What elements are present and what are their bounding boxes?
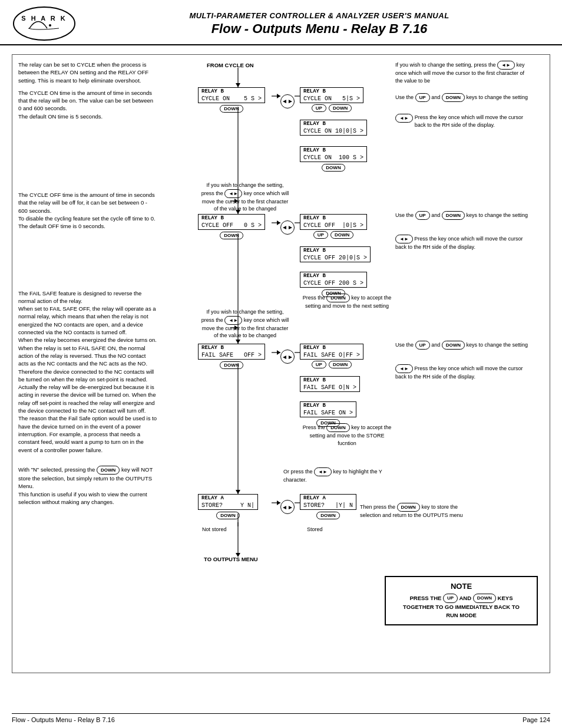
annotation-then-press-down: Then press the DOWN key to store the sel…: [360, 503, 478, 519]
display-cycle-on-100s-edit: RELAY B CYCLE ON 10|0|S >: [300, 120, 367, 136]
down-btn-r2: DOWN: [442, 211, 465, 220]
down-btn-1b: DOWN: [329, 104, 352, 112]
svg-marker-8: [236, 340, 240, 344]
down-btn-4: DOWN: [216, 512, 239, 519]
display-cycle-on-5s-edit: RELAY B CYCLE ON 5|S > UP DOWN: [300, 87, 363, 112]
page-subtitle: Flow - Outputs Menu - Relay B 7.16: [88, 21, 550, 37]
up-btn-3: UP: [312, 361, 326, 368]
svg-point-2: [49, 24, 51, 27]
arrow-2: ◄►: [280, 220, 295, 235]
display-cycle-off-0s-edit: RELAY B CYCLE OFF |0|S > UP DOWN: [300, 214, 367, 239]
display-store-yn-edit: RELAY A STORE? |Y| N DOWN: [300, 494, 356, 519]
footer: Flow - Outputs Menu - Relay B 7.16 Page …: [12, 713, 550, 723]
display-cycle-on-5s: RELAY B CYCLE ON 5 S > DOWN: [198, 87, 265, 113]
annotation-updown-2: Use the UP and DOWN keys to change the s…: [395, 211, 531, 220]
display-cycle-off-200s-edit: RELAY B CYCLE OFF 20|0|S >: [300, 246, 371, 262]
down-btn-r: DOWN: [442, 93, 465, 102]
display-fail-safe-off-edit: RELAY B FAIL SAFE O|FF > UP DOWN: [300, 344, 363, 368]
up-btn-1: UP: [312, 104, 326, 112]
lr-btn-r4: ◄►: [395, 364, 413, 373]
fail-safe-desc: The FAIL SAFE feature is designed to rev…: [18, 289, 157, 454]
arrow-4: ◄►: [280, 500, 295, 514]
annotation-change-mid2: If you wish to change the setting, press…: [201, 308, 289, 340]
note-box: NOTE PRESS THE UP AND DOWN KEYS TOGETHER…: [385, 576, 538, 626]
down-btn-inline-r3: DOWN: [397, 503, 420, 512]
logo-area: S H A R K: [12, 6, 77, 41]
display-fail-safe-on-edit: RELAY B FAIL SAFE O|N >: [300, 376, 360, 392]
display-cycle-on-100s: RELAY B CYCLE ON 100 S > DOWN: [300, 146, 367, 172]
down-btn-2: DOWN: [220, 232, 243, 239]
main-content: The relay can be set to CYCLE when the p…: [12, 54, 550, 673]
annotation-updown-3: Use the UP and DOWN keys to change the s…: [395, 341, 531, 350]
lr-btn-r1: ◄►: [497, 61, 515, 70]
note-title: NOTE: [393, 582, 530, 591]
footer-left: Flow - Outputs Menu - Relay B 7.16: [12, 716, 115, 723]
annotation-right-back: ◄► Press the key once which will move th…: [395, 114, 531, 129]
footer-right: Page 124: [523, 716, 550, 723]
up-btn-2: UP: [313, 231, 328, 239]
header: S H A R K MULTI-PARAMETER CONTROLLER & A…: [0, 0, 562, 45]
annotation-change-top: If you wish to change the setting, press…: [395, 61, 531, 84]
lr-btn-y: ◄►: [314, 467, 332, 476]
down-btn-inline-r2: DOWN: [326, 423, 349, 432]
down-btn-3b: DOWN: [329, 361, 352, 368]
main-title: MULTI-PARAMETER CONTROLLER & ANALYZER US…: [88, 11, 550, 20]
lr-btn-r3: ◄►: [395, 235, 413, 243]
svg-marker-4: [236, 83, 240, 87]
annotation-right-back-3: ◄► Press the key once which will move th…: [395, 364, 531, 381]
annotation-change-mid1: If you wish to change the setting, press…: [201, 182, 289, 213]
down-btn-r3: DOWN: [442, 341, 465, 350]
down-btn-1c: DOWN: [322, 164, 345, 172]
display-cycle-off-0s: RELAY B CYCLE OFF 0 S > DOWN: [198, 214, 265, 239]
down-btn-inline-r1: DOWN: [326, 294, 349, 302]
display-store-yn: RELAY A STORE? Y N| DOWN: [198, 494, 258, 519]
svg-point-0: [14, 7, 75, 40]
down-btn-inline: DOWN: [97, 466, 120, 475]
n-selected-desc: With "N" selected, pressing the DOWN key…: [18, 466, 157, 506]
down-btn-1: DOWN: [220, 105, 243, 113]
from-cycle-on-label: FROM CYCLE ON: [207, 62, 254, 68]
annotation-highlight-y: Or press the ◄► key to highlight the Y c…: [283, 467, 389, 484]
up-btn-note: UP: [443, 594, 458, 603]
annotation-right-back-2: ◄► Press the key once which will move th…: [395, 235, 531, 251]
down-btn-2b: DOWN: [330, 231, 353, 239]
svg-marker-10: [236, 490, 240, 494]
cycle-on-time-desc: The CYCLE ON time is the amount of time …: [18, 89, 157, 120]
lr-btn-mid1: ◄►: [224, 189, 242, 198]
note-text: PRESS THE UP AND DOWN KEYS TOGETHER TO G…: [393, 594, 530, 620]
annotation-down-accept: Press the DOWN key to accept the setting…: [300, 294, 394, 310]
down-btn-note: DOWN: [473, 594, 496, 603]
header-text: MULTI-PARAMETER CONTROLLER & ANALYZER US…: [88, 11, 550, 37]
stored-label: Stored: [307, 526, 323, 532]
up-btn-r: UP: [415, 93, 430, 102]
to-outputs-menu-label: TO OUTPUTS MENU: [204, 556, 258, 562]
up-btn-r2: UP: [415, 211, 430, 220]
up-btn-r3: UP: [415, 341, 430, 350]
down-btn-4b: DOWN: [316, 512, 339, 519]
display-fail-safe-off: RELAY B FAIL SAFE OFF > DOWN: [198, 344, 265, 369]
cycle-on-desc: The relay can be set to CYCLE when the p…: [18, 61, 157, 84]
lr-btn-mid2: ◄►: [224, 316, 242, 325]
lr-btn-r2: ◄►: [395, 114, 413, 123]
not-stored-label: Not stored: [202, 526, 227, 532]
arrow-1: ◄►: [280, 94, 295, 108]
annotation-down-store: Press the DOWN key to accept the setting…: [300, 423, 394, 447]
page-wrapper: S H A R K MULTI-PARAMETER CONTROLLER & A…: [0, 0, 562, 728]
arrow-3: ◄►: [280, 350, 295, 364]
down-btn-3: DOWN: [220, 361, 243, 369]
left-text-section: The relay can be set to CYCLE when the p…: [18, 61, 157, 513]
annotation-updown: Use the UP and DOWN keys to change the s…: [395, 93, 531, 102]
cycle-off-desc: The CYCLE OFF time is the amount of time…: [18, 191, 157, 230]
svg-text:S H A R K: S H A R K: [21, 15, 67, 22]
